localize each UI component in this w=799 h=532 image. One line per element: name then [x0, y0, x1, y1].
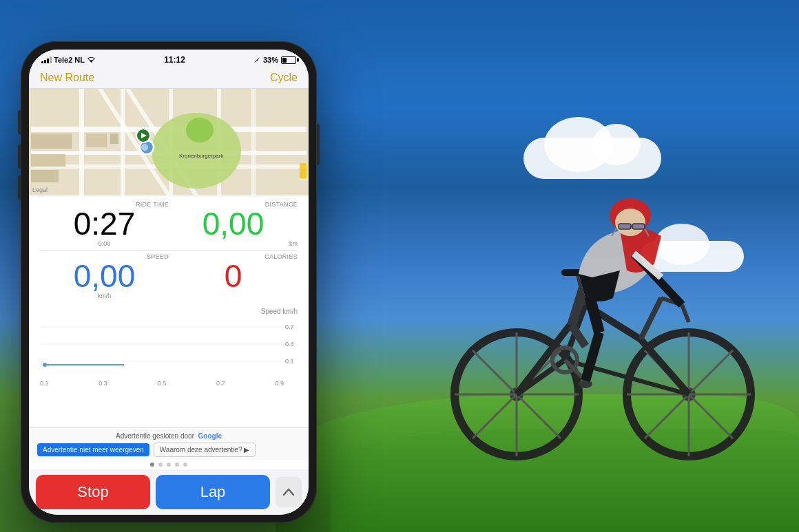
svg-text:0.7: 0.7: [285, 323, 294, 330]
ad-why-button[interactable]: Waarom deze advertentie? ▶: [154, 443, 256, 457]
ad-text: Advertentie gesloten door Google: [37, 432, 300, 440]
svg-line-22: [682, 305, 689, 322]
phone-screen: Tele2 NL 11:12 33%: [29, 50, 309, 515]
chevron-up-button[interactable]: [276, 477, 302, 507]
battery-icon: [281, 56, 296, 64]
chart-svg: 0.7 0.4 0.1: [40, 317, 298, 379]
ad-buttons: Advertentie niet meer weergeven Waarom d…: [37, 443, 300, 457]
svg-text:0.1: 0.1: [285, 358, 294, 365]
chevron-up-icon: [282, 488, 295, 496]
cyclist-figure: [427, 147, 771, 477]
divider-1: [40, 250, 298, 251]
page-dot-0[interactable]: [150, 462, 154, 467]
nav-bar: New Route Cycle: [29, 67, 309, 89]
speed-unit: km/h: [40, 292, 169, 299]
status-bar: Tele2 NL 11:12 33%: [29, 50, 309, 67]
signal-bar-3: [47, 58, 49, 63]
nav-new-route[interactable]: New Route: [40, 72, 94, 84]
map-area[interactable]: Kronenburgerpark: [29, 89, 309, 195]
chart-area: Speed km/h 0.7 0.4 0.1: [29, 305, 309, 427]
x-label-0: 0.1: [40, 380, 49, 387]
ride-time-value: 0:27: [40, 208, 169, 240]
svg-rect-55: [31, 134, 72, 149]
svg-line-27: [585, 332, 599, 381]
svg-point-33: [615, 209, 645, 236]
page-dots: [29, 460, 309, 469]
chart-header: Speed km/h: [40, 308, 298, 315]
map-streets: Kronenburgerpark: [29, 89, 309, 195]
location-arrow-icon: [253, 56, 260, 63]
carrier-label: Tele2 NL: [54, 56, 85, 64]
chart-canvas: 0.7 0.4 0.1: [40, 317, 298, 379]
wifi-icon: [87, 56, 96, 64]
signal-bars: [41, 56, 52, 63]
ad-text-label: Advertentie gesloten door: [116, 432, 194, 440]
map-background: Kronenburgerpark: [29, 89, 309, 195]
metrics-row-1: RIDE TIME 0:27 0:00 DISTANCE 0,00 km: [40, 201, 298, 247]
svg-line-20: [641, 298, 661, 339]
stop-button[interactable]: Stop: [36, 475, 150, 509]
lap-button[interactable]: Lap: [156, 475, 270, 509]
page-dot-4[interactable]: [183, 462, 187, 467]
metrics-area: RIDE TIME 0:27 0:00 DISTANCE 0,00 km SPE…: [29, 195, 309, 305]
svg-text:Kronenburgerpark: Kronenburgerpark: [179, 153, 224, 159]
page-dot-1[interactable]: [158, 462, 163, 467]
battery-percent: 33%: [263, 56, 278, 64]
svg-rect-36: [619, 224, 631, 229]
svg-text:0.4: 0.4: [285, 341, 294, 348]
page-dot-3[interactable]: [175, 462, 179, 467]
svg-rect-43: [79, 89, 84, 195]
status-left: Tele2 NL: [41, 56, 96, 64]
speed-value: 0,00: [40, 260, 169, 292]
chart-unit: km/h: [282, 308, 298, 315]
distance-value: 0,00: [169, 208, 298, 240]
x-label-1: 0.3: [98, 380, 107, 387]
metric-speed: SPEED 0,00 km/h: [40, 253, 169, 299]
svg-rect-47: [251, 89, 256, 195]
svg-rect-37: [632, 224, 645, 229]
metric-calories: CALORIES 0: [169, 253, 298, 299]
signal-bar-1: [41, 61, 43, 63]
map-legal-label: Legal: [32, 187, 48, 193]
chart-x-labels: 0.1 0.3 0.5 0.7 0.9: [40, 380, 298, 387]
ad-hide-button[interactable]: Advertentie niet meer weergeven: [37, 443, 149, 456]
calories-value: 0: [169, 260, 298, 292]
phone-device: Tele2 NL 11:12 33%: [21, 41, 317, 523]
metric-ride-time: RIDE TIME 0:27 0:00: [40, 201, 169, 247]
svg-rect-56: [31, 154, 65, 167]
svg-rect-44: [121, 89, 125, 195]
svg-rect-57: [31, 170, 59, 182]
svg-rect-58: [300, 163, 307, 178]
metrics-row-2: SPEED 0,00 km/h CALORIES 0: [40, 253, 298, 299]
svg-point-60: [141, 144, 148, 151]
ad-area: Advertentie gesloten door Google Adverte…: [29, 427, 309, 460]
nav-cycle[interactable]: Cycle: [270, 72, 298, 84]
status-right: 33%: [253, 56, 296, 64]
ride-time-sub: 0:00: [40, 240, 169, 247]
signal-bar-2: [44, 60, 46, 63]
svg-rect-54: [110, 134, 118, 144]
bottom-buttons: Stop Lap: [29, 469, 309, 515]
signal-bar-4: [50, 56, 52, 63]
chart-title: Speed: [261, 308, 281, 315]
google-label: Google: [198, 432, 222, 440]
svg-point-69: [43, 363, 47, 367]
x-label-3: 0.7: [216, 380, 225, 387]
metric-distance: DISTANCE 0,00 km: [169, 201, 298, 247]
x-label-2: 0.5: [158, 380, 167, 387]
status-time: 11:12: [164, 55, 185, 65]
page-dot-2[interactable]: [167, 462, 171, 467]
svg-point-51: [186, 118, 214, 142]
x-label-4: 0.9: [275, 380, 284, 387]
svg-rect-53: [86, 134, 107, 147]
phone-frame: Tele2 NL 11:12 33%: [21, 41, 317, 523]
battery-fill: [282, 58, 287, 63]
